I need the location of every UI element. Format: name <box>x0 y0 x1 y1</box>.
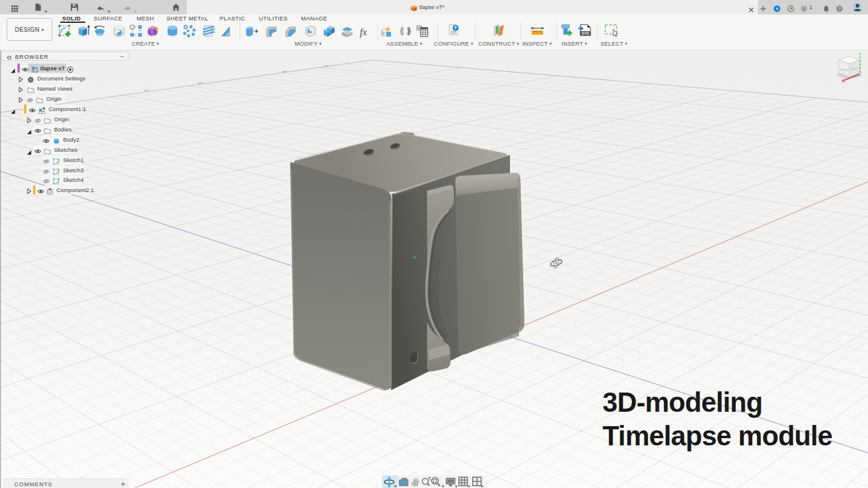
svg-text:?: ? <box>838 6 840 11</box>
svg-text:SVG: SVG <box>581 31 590 35</box>
svg-text:fx: fx <box>360 27 367 38</box>
svg-text:X: X <box>842 78 845 84</box>
